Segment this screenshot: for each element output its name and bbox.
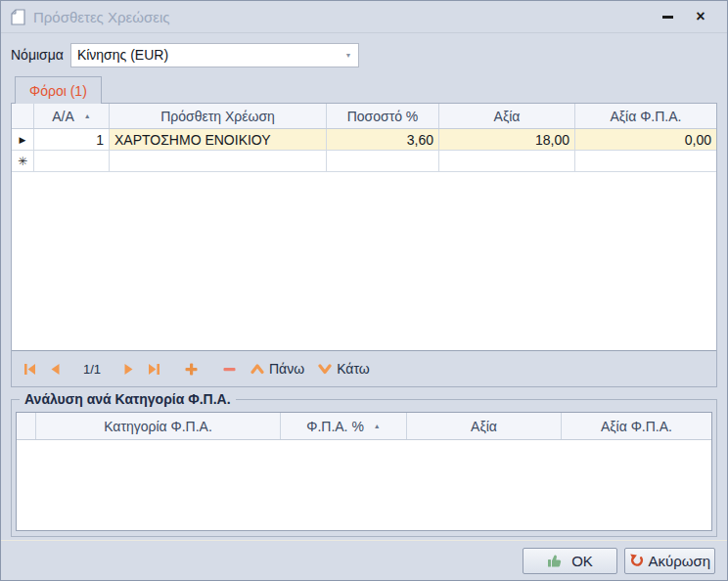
record-navigator: 1/1 [12,351,716,386]
last-record-icon [147,363,160,376]
title-bar: Πρόσθετες Χρεώσεις × [1,1,727,33]
sort-ascending-icon: ▲ [374,423,381,429]
undo-icon [629,553,644,568]
document-icon [11,9,25,25]
currency-value: Κίνησης (EUR) [71,47,339,63]
move-up-button[interactable]: Πάνω [250,361,304,377]
chevron-down-icon[interactable]: ▼ [339,52,358,59]
cell-charge[interactable]: ΧΑΡΤΟΣΗΜΟ ΕΝΟΙΚΙΟΥ [110,129,327,151]
cancel-label: Ακύρωση [648,553,710,569]
grid-empty-area [12,172,716,350]
new-cell-value[interactable] [439,151,575,172]
charges-grid: Α/Α ▲ Πρόσθετη Χρέωση Ποσοστό % Αξία Αξί… [12,104,716,351]
cell-vat-value[interactable]: 0,00 [575,129,716,151]
table-row[interactable]: ▶ 1 ΧΑΡΤΟΣΗΜΟ ΕΝΟΙΚΙΟΥ 3,60 18,00 0,00 [12,129,716,151]
previous-record-icon [49,363,61,376]
column-header-vat-grid-vat-value-label: Αξία Φ.Π.Α. [601,419,672,434]
cell-value[interactable]: 18,00 [439,129,575,151]
column-header-percent[interactable]: Ποσοστό % [327,104,439,128]
close-icon: × [696,9,705,24]
cell-percent[interactable]: 3,60 [327,129,439,151]
taxes-panel: Α/Α ▲ Πρόσθετη Χρέωση Ποσοστό % Αξία Αξί… [11,103,717,387]
window-title: Πρόσθετες Χρεώσεις [33,9,651,25]
new-cell-vat-value[interactable] [575,151,716,172]
vat-grid-header: Κατηγορία Φ.Π.Α. Φ.Π.Α. % ▲ Αξία Αξία Φ.… [17,413,711,440]
thumbs-up-icon [547,553,563,568]
column-header-vat-category[interactable]: Κατηγορία Φ.Π.Α. [36,413,281,439]
chevron-down-icon [318,363,332,375]
first-record-icon [23,363,37,376]
column-header-vat-value-label: Αξία Φ.Π.Α. [611,109,682,124]
new-cell-charge[interactable] [110,151,327,172]
column-header-vat-value[interactable]: Αξία Φ.Π.Α. [575,104,716,128]
currency-combobox[interactable]: Κίνησης (EUR) ▼ [70,43,359,67]
move-up-label: Πάνω [269,361,304,377]
column-header-vat-category-label: Κατηγορία Φ.Π.Α. [104,419,212,434]
column-header-charge[interactable]: Πρόσθετη Χρέωση [110,104,327,128]
delete-row-button[interactable] [222,362,237,377]
column-header-aa[interactable]: Α/Α ▲ [34,104,110,128]
minus-icon [222,362,237,377]
new-row-icon: ✳ [18,156,27,167]
ok-label: OK [571,553,593,569]
row-indicator-header [12,104,34,128]
ok-button[interactable]: OK [523,548,617,574]
current-row-icon: ▶ [20,135,26,145]
current-row-indicator[interactable]: ▶ [12,129,34,151]
minimize-icon [662,16,673,19]
add-row-button[interactable] [184,362,199,377]
move-down-button[interactable]: Κάτω [318,361,370,377]
cancel-button[interactable]: Ακύρωση [624,548,715,574]
dialog-footer: OK Ακύρωση [1,540,727,580]
column-header-vat-percent[interactable]: Φ.Π.Α. % ▲ [281,413,407,439]
additional-charges-dialog: Πρόσθετες Χρεώσεις × Νόμισμα Κίνησης (EU… [0,0,728,581]
column-header-vat-percent-label: Φ.Π.Α. % [306,419,364,434]
last-record-button[interactable] [147,363,160,376]
column-header-value-label: Αξία [494,109,521,124]
first-record-button[interactable] [23,363,37,376]
next-record-icon [123,363,135,376]
new-cell-aa[interactable] [34,151,110,172]
currency-label: Νόμισμα [11,47,64,63]
next-record-button[interactable] [123,363,135,376]
column-header-vat-grid-value-label: Αξία [471,419,497,434]
vat-analysis-group: Ανάλυση ανά Κατηγορία Φ.Π.Α. Κατηγορία Φ… [11,399,717,537]
new-cell-percent[interactable] [327,151,439,172]
vat-analysis-grid: Κατηγορία Φ.Π.Α. Φ.Π.Α. % ▲ Αξία Αξία Φ.… [16,412,712,531]
minimize-button[interactable] [651,4,684,29]
column-header-aa-label: Α/Α [52,109,74,124]
vat-grid-empty-area [17,440,711,530]
new-row[interactable]: ✳ [12,151,716,172]
column-header-vat-grid-value[interactable]: Αξία [407,413,562,439]
column-header-vat-grid-vat-value[interactable]: Αξία Φ.Π.Α. [562,413,711,439]
previous-record-button[interactable] [49,363,61,376]
vat-analysis-title: Ανάλυση ανά Κατηγορία Φ.Π.Α. [20,391,236,407]
cell-aa[interactable]: 1 [34,129,110,151]
new-row-indicator[interactable]: ✳ [12,151,34,172]
charges-grid-header: Α/Α ▲ Πρόσθετη Χρέωση Ποσοστό % Αξία Αξί… [12,104,716,129]
page-indicator: 1/1 [67,362,117,377]
vat-row-indicator-header [17,413,36,439]
currency-row: Νόμισμα Κίνησης (EUR) ▼ [11,42,717,67]
dialog-body: Νόμισμα Κίνησης (EUR) ▼ Φόροι (1) Α/Α ▲ [1,33,727,540]
plus-icon [184,362,199,377]
column-header-charge-label: Πρόσθετη Χρέωση [160,109,275,124]
close-button[interactable]: × [684,4,717,29]
column-header-value[interactable]: Αξία [439,104,575,128]
sort-ascending-icon: ▲ [84,112,91,119]
move-down-label: Κάτω [337,361,370,377]
tab-taxes[interactable]: Φόροι (1) [15,76,102,104]
tab-strip: Φόροι (1) [11,76,717,104]
chevron-up-icon [250,363,264,375]
column-header-percent-label: Ποσοστό % [347,109,419,124]
